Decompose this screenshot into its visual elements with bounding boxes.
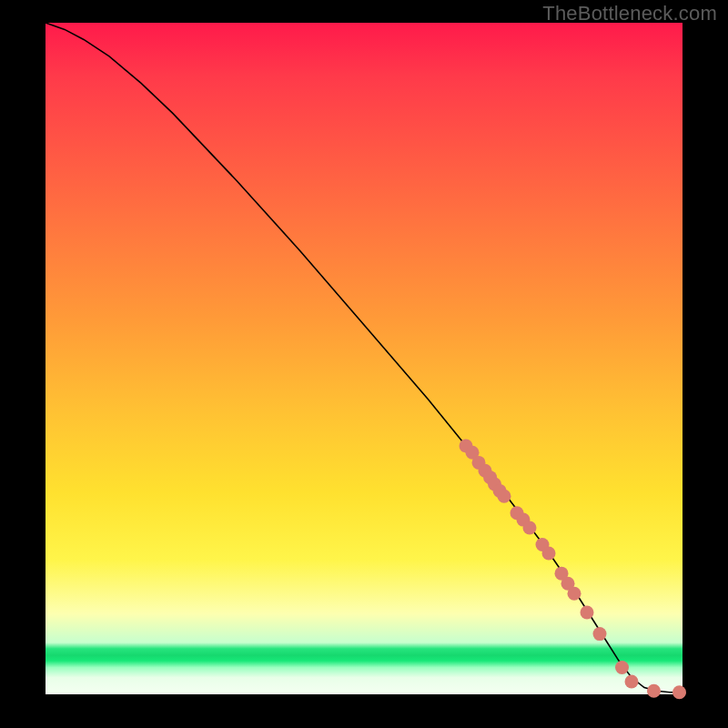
chart-stage: TheBottleneck.com xyxy=(0,0,728,728)
data-point xyxy=(593,627,607,641)
series-markers xyxy=(460,439,687,699)
data-point xyxy=(672,685,686,699)
plot-area xyxy=(46,23,682,694)
data-point xyxy=(625,674,639,688)
data-point xyxy=(647,684,661,698)
series-curve xyxy=(46,23,682,693)
data-point xyxy=(498,490,511,503)
data-point xyxy=(542,547,556,561)
data-point xyxy=(615,661,629,674)
chart-svg xyxy=(46,23,682,694)
data-point xyxy=(581,605,594,619)
data-point xyxy=(568,587,581,601)
data-point xyxy=(523,521,537,534)
